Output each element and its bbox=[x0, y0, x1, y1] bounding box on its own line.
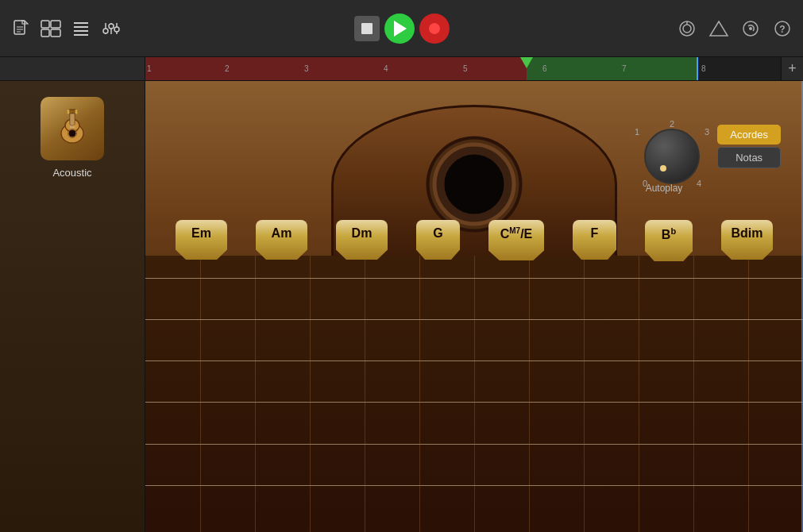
chord-g-button[interactable]: G bbox=[416, 220, 460, 260]
bar-8: 8 bbox=[701, 64, 706, 73]
chord-f-container: F bbox=[573, 220, 616, 261]
fret-col-1 bbox=[200, 256, 201, 532]
svg-point-20 bbox=[683, 25, 691, 33]
fret-col-8 bbox=[584, 256, 585, 532]
smart-controls-icon[interactable] bbox=[739, 17, 762, 40]
chord-em-button[interactable]: Em bbox=[176, 220, 227, 260]
chord-bdim-button[interactable]: Bdim bbox=[721, 220, 773, 260]
mode-buttons: Acordes Notas bbox=[717, 125, 781, 168]
toolbar: ? bbox=[0, 0, 803, 57]
chord-bb-container: Bb bbox=[645, 220, 693, 261]
chord-bb-label: Bb bbox=[662, 228, 676, 241]
autoplay-knob[interactable] bbox=[644, 129, 700, 184]
bar-3: 3 bbox=[304, 64, 309, 73]
svg-point-14 bbox=[103, 29, 108, 33]
record-icon bbox=[429, 23, 440, 34]
chord-cm7e-container: CM7/E bbox=[488, 220, 544, 261]
svg-text:?: ? bbox=[779, 24, 785, 35]
acordes-button[interactable]: Acordes bbox=[717, 125, 781, 145]
svg-rect-32 bbox=[68, 110, 76, 114]
svg-point-35 bbox=[68, 112, 70, 114]
svg-rect-6 bbox=[41, 29, 49, 37]
list-view-icon[interactable] bbox=[70, 17, 92, 40]
help-icon[interactable]: ? bbox=[771, 17, 793, 40]
svg-point-18 bbox=[114, 27, 119, 32]
bar-7: 7 bbox=[622, 64, 627, 73]
guitar-icon bbox=[52, 108, 93, 149]
add-track-button[interactable]: + bbox=[781, 57, 803, 80]
knob-label-0: 0 bbox=[643, 179, 647, 188]
chord-g-container: G bbox=[416, 220, 460, 261]
play-button[interactable] bbox=[384, 13, 415, 44]
chord-em-container: Em bbox=[176, 220, 227, 261]
knob-label-3: 3 bbox=[705, 127, 709, 137]
mixer-icon[interactable] bbox=[100, 17, 122, 40]
chord-am-container: Am bbox=[256, 220, 307, 261]
svg-point-29 bbox=[69, 130, 76, 137]
fret-col-4 bbox=[365, 256, 365, 532]
master-track-icon[interactable] bbox=[708, 17, 730, 40]
timeline-bar[interactable]: 1 2 3 4 5 6 7 8 bbox=[145, 57, 781, 80]
fret-col-2 bbox=[255, 256, 256, 532]
autoplay-area: 0 1 2 3 4 Autoplay bbox=[636, 121, 692, 194]
svg-rect-5 bbox=[41, 21, 49, 28]
timeline-numbers: 1 2 3 4 5 6 7 8 bbox=[145, 57, 781, 80]
chord-dm-container: Dm bbox=[336, 220, 388, 261]
chord-cm7e-label: CM7/E bbox=[500, 227, 533, 241]
autoplay-knob-container: 0 1 2 3 4 bbox=[636, 121, 692, 176]
knob-label-1: 1 bbox=[635, 127, 639, 137]
chord-am-label: Am bbox=[272, 226, 292, 240]
record-button[interactable] bbox=[419, 13, 450, 44]
playhead-marker[interactable] bbox=[520, 57, 533, 68]
bar-5: 5 bbox=[463, 64, 468, 73]
track-name: Acoustic bbox=[52, 167, 91, 179]
timeline-track-label-area bbox=[0, 57, 145, 80]
chord-bdim-label: Bdim bbox=[732, 226, 763, 240]
knob-indicator bbox=[660, 165, 666, 172]
fretboard-area[interactable] bbox=[145, 256, 803, 532]
chord-dm-label: Dm bbox=[352, 226, 373, 240]
toolbar-right: ? bbox=[676, 17, 793, 40]
chord-am-button[interactable]: Am bbox=[256, 220, 307, 260]
new-document-icon[interactable] bbox=[10, 17, 32, 40]
bar-4: 4 bbox=[384, 64, 388, 73]
svg-point-24 bbox=[749, 27, 752, 30]
guitar-play-area: Em Am Dm G bbox=[145, 81, 803, 532]
knob-label-4: 4 bbox=[697, 179, 701, 188]
toolbar-left bbox=[10, 17, 670, 40]
fret-col-9 bbox=[639, 256, 639, 532]
svg-point-16 bbox=[109, 24, 114, 29]
bar-1: 1 bbox=[147, 64, 152, 73]
fret-col-5 bbox=[419, 256, 420, 532]
timeline-ruler[interactable]: 1 2 3 4 5 6 7 8 + bbox=[0, 57, 803, 81]
main-area: Acoustic Em Am bbox=[0, 81, 803, 532]
stop-icon bbox=[361, 23, 373, 34]
knob-label-2: 2 bbox=[670, 119, 674, 129]
stop-button[interactable] bbox=[354, 16, 380, 41]
fret-col-11 bbox=[748, 256, 749, 532]
chord-cm7e-button[interactable]: CM7/E bbox=[488, 220, 544, 260]
tracks-view-icon[interactable] bbox=[40, 17, 62, 40]
notas-button[interactable]: Notas bbox=[717, 147, 781, 168]
svg-marker-22 bbox=[710, 21, 728, 36]
sound-hole bbox=[437, 147, 512, 222]
fret-col-10 bbox=[693, 256, 694, 532]
chord-em-label: Em bbox=[191, 226, 211, 240]
svg-rect-8 bbox=[51, 29, 60, 37]
transport-controls bbox=[354, 13, 450, 44]
chord-f-label: F bbox=[591, 226, 599, 240]
chord-dm-button[interactable]: Dm bbox=[336, 220, 388, 260]
fret-col-7 bbox=[529, 256, 530, 532]
instrument-icon[interactable] bbox=[41, 97, 104, 160]
chord-g-label: G bbox=[433, 226, 442, 240]
play-icon bbox=[394, 21, 407, 37]
svg-rect-7 bbox=[51, 21, 60, 28]
loop-icon[interactable] bbox=[676, 17, 698, 40]
fret-col-3 bbox=[310, 256, 311, 532]
chord-f-button[interactable]: F bbox=[573, 220, 616, 260]
bar-2: 2 bbox=[225, 64, 230, 73]
chord-bdim-container: Bdim bbox=[721, 220, 773, 261]
chord-bb-button[interactable]: Bb bbox=[645, 220, 693, 261]
track-sidebar: Acoustic bbox=[0, 81, 145, 532]
chord-buttons-row: Em Am Dm G bbox=[145, 220, 803, 261]
